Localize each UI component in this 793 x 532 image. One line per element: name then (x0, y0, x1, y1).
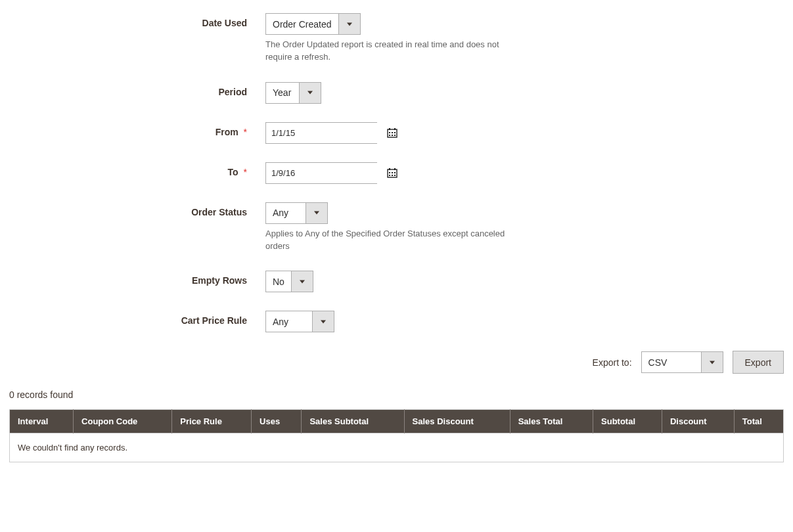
chevron-down-icon (291, 271, 313, 292)
svg-rect-15 (389, 175, 390, 176)
export-label: Export to: (593, 357, 632, 368)
chevron-down-icon (338, 14, 360, 34)
order-status-select[interactable]: Any (265, 202, 328, 224)
date-used-select[interactable]: Order Created (265, 13, 361, 35)
col-sales-discount: Sales Discount (404, 410, 510, 433)
to-label-text: To (228, 167, 238, 177)
field-from: From * (88, 122, 614, 144)
date-used-value: Order Created (266, 14, 338, 34)
calendar-icon[interactable] (387, 123, 397, 143)
col-sales-subtotal: Sales Subtotal (302, 410, 404, 433)
from-label-text: From (215, 127, 238, 137)
export-format-select[interactable]: CSV (641, 351, 723, 373)
svg-rect-14 (394, 172, 396, 173)
svg-rect-4 (392, 132, 393, 133)
svg-rect-3 (389, 132, 390, 133)
svg-rect-2 (394, 128, 396, 130)
field-empty-rows: Empty Rows No (88, 271, 614, 292)
col-total: Total (734, 410, 783, 433)
chevron-down-icon (701, 352, 723, 372)
svg-rect-13 (392, 172, 393, 173)
svg-rect-1 (389, 128, 390, 130)
filter-form: Date Used Order Created The Order Update… (88, 13, 614, 332)
order-status-label: Order Status (88, 202, 265, 217)
chevron-down-icon (306, 203, 327, 223)
export-bar: Export to: CSV Export (9, 351, 784, 374)
col-interval: Interval (10, 410, 74, 433)
chevron-down-icon (299, 83, 321, 103)
svg-rect-7 (392, 135, 393, 136)
to-date-wrap (265, 162, 377, 184)
cart-price-rule-value: Any (266, 311, 312, 332)
period-label: Period (88, 82, 265, 97)
svg-rect-10 (389, 168, 390, 170)
field-date-used: Date Used Order Created The Order Update… (88, 13, 614, 64)
svg-rect-8 (394, 135, 396, 136)
svg-rect-6 (389, 135, 390, 136)
empty-rows-value: No (266, 271, 291, 292)
empty-rows-select[interactable]: No (265, 271, 313, 292)
field-to: To * (88, 162, 614, 184)
field-order-status: Order Status Any Applies to Any of the S… (88, 202, 614, 253)
col-sales-total: Sales Total (510, 410, 593, 433)
svg-rect-12 (389, 172, 390, 173)
required-mark: * (244, 127, 247, 137)
field-period: Period Year (88, 82, 614, 104)
svg-rect-16 (392, 175, 393, 176)
from-date-input[interactable] (266, 123, 387, 143)
svg-rect-17 (394, 175, 396, 176)
table-empty-row: We couldn't find any records. (10, 433, 784, 462)
to-label: To * (88, 162, 265, 177)
records-count: 0 records found (9, 389, 784, 400)
period-value: Year (266, 83, 299, 103)
empty-message: We couldn't find any records. (10, 433, 784, 462)
chevron-down-icon (312, 311, 334, 332)
required-mark: * (244, 167, 247, 177)
cart-price-rule-select[interactable]: Any (265, 311, 334, 332)
svg-rect-5 (394, 132, 396, 133)
period-select[interactable]: Year (265, 82, 321, 104)
from-date-wrap (265, 122, 377, 144)
report-table: Interval Coupon Code Price Rule Uses Sal… (9, 409, 784, 462)
cart-price-rule-label: Cart Price Rule (88, 311, 265, 326)
svg-rect-11 (394, 168, 396, 170)
date-used-hint: The Order Updated report is created in r… (265, 39, 515, 64)
order-status-value: Any (266, 203, 306, 223)
export-button[interactable]: Export (733, 351, 784, 374)
empty-rows-label: Empty Rows (88, 271, 265, 286)
field-cart-price-rule: Cart Price Rule Any (88, 311, 614, 332)
col-price-rule: Price Rule (172, 410, 252, 433)
order-status-hint: Applies to Any of the Specified Order St… (265, 228, 515, 253)
calendar-icon[interactable] (387, 163, 397, 183)
col-uses: Uses (252, 410, 302, 433)
date-used-label: Date Used (88, 13, 265, 28)
col-coupon-code: Coupon Code (74, 410, 172, 433)
col-discount: Discount (662, 410, 734, 433)
to-date-input[interactable] (266, 163, 387, 183)
table-header-row: Interval Coupon Code Price Rule Uses Sal… (10, 410, 784, 433)
col-subtotal: Subtotal (593, 410, 662, 433)
from-label: From * (88, 122, 265, 137)
export-format-value: CSV (642, 352, 701, 372)
